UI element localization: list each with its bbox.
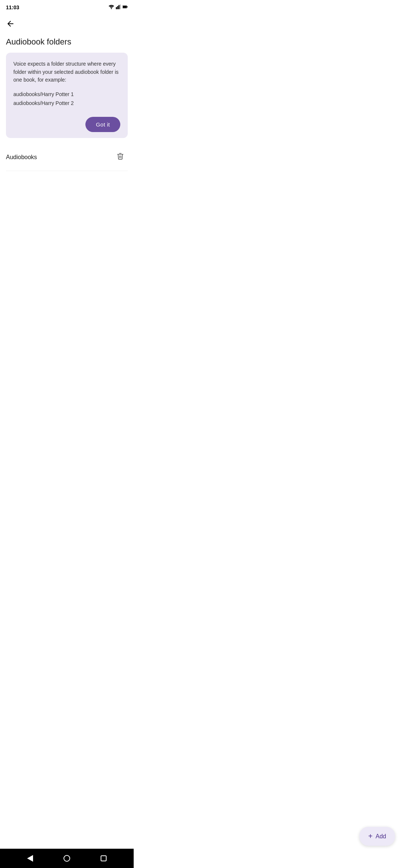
svg-rect-2 (117, 6, 118, 9)
got-it-button[interactable]: Got it (85, 117, 120, 132)
svg-rect-7 (123, 6, 127, 8)
wifi-icon (108, 4, 114, 10)
svg-rect-4 (120, 4, 121, 9)
toolbar (0, 13, 134, 34)
svg-rect-6 (127, 6, 128, 8)
folder-list: Audiobooks (0, 144, 134, 171)
example-2: audiobooks/Harry Potter 2 (13, 100, 74, 106)
back-button[interactable] (1, 15, 19, 33)
info-card-examples: audiobooks/Harry Potter 1 audiobooks/Har… (13, 90, 120, 108)
delete-folder-button[interactable] (113, 150, 128, 165)
folder-item: Audiobooks (6, 144, 128, 171)
status-time: 11:03 (6, 4, 19, 10)
example-1: audiobooks/Harry Potter 1 (13, 91, 74, 97)
signal-icon (116, 4, 121, 10)
svg-rect-3 (118, 5, 120, 9)
back-arrow-icon (6, 19, 15, 28)
info-card: Voice expects a folder structure where e… (6, 53, 128, 138)
svg-point-0 (111, 8, 112, 9)
svg-rect-1 (116, 7, 117, 9)
page-title: Audiobook folders (0, 34, 134, 53)
folder-name: Audiobooks (6, 154, 37, 161)
info-card-description: Voice expects a folder structure where e… (13, 60, 120, 84)
battery-icon (123, 4, 128, 10)
delete-icon (117, 152, 124, 162)
status-bar: 11:03 (0, 0, 134, 13)
status-icons (108, 4, 128, 10)
